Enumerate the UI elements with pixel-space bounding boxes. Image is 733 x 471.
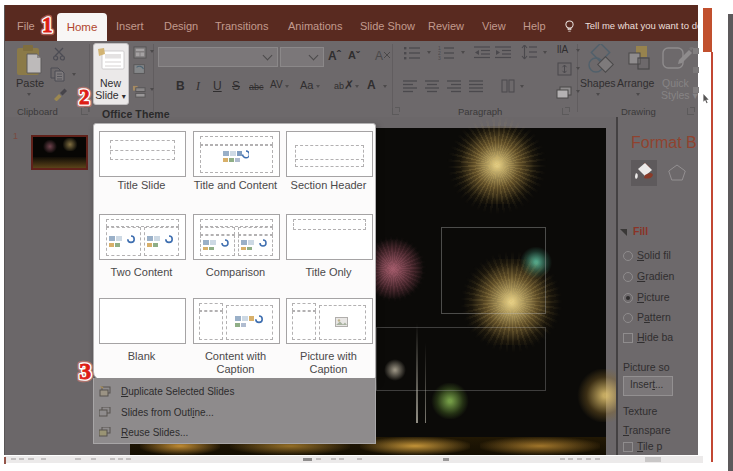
svg-text:3: 3 [79,358,91,384]
svg-text:2: 2 [79,85,90,109]
svg-text:1: 1 [42,13,53,37]
